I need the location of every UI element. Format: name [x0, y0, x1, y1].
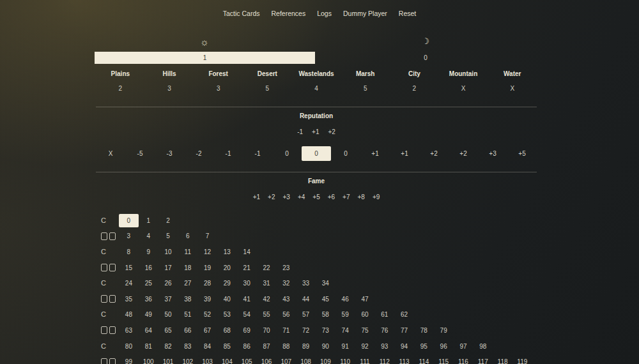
fame-cell[interactable]: 49 — [139, 308, 158, 321]
fame-cell[interactable]: 61 — [374, 308, 394, 321]
fame-cell[interactable]: 99 — [119, 355, 139, 364]
reputation-cell[interactable]: +1 — [360, 146, 390, 161]
fame-cell[interactable]: 63 — [119, 324, 139, 337]
fame-cell[interactable]: 105 — [237, 355, 257, 364]
fame-cell[interactable]: 39 — [197, 292, 217, 306]
fame-cell[interactable]: 7 — [197, 229, 217, 243]
fame-cell[interactable]: 69 — [237, 324, 257, 337]
fame-cell[interactable]: 15 — [119, 261, 139, 275]
fame-adjust-button-1[interactable]: +1 — [253, 193, 260, 201]
fame-cell[interactable]: 56 — [276, 308, 296, 321]
fame-cell[interactable]: 28 — [197, 277, 217, 290]
fame-adjust-button-5[interactable]: +5 — [312, 193, 320, 201]
fame-cell[interactable]: 38 — [178, 292, 197, 306]
fame-cell[interactable]: 37 — [158, 292, 178, 306]
fame-cell[interactable]: 58 — [316, 308, 335, 321]
fame-cell[interactable]: 22 — [257, 261, 277, 275]
fame-cell[interactable]: 26 — [158, 277, 178, 290]
fame-cell[interactable]: 29 — [217, 277, 237, 290]
fame-cell[interactable]: 94 — [394, 340, 414, 353]
fame-cell[interactable]: 10 — [158, 245, 178, 259]
fame-cell[interactable]: 65 — [158, 324, 178, 337]
fame-cell[interactable]: 12 — [197, 245, 217, 259]
fame-cell[interactable]: 104 — [217, 355, 237, 364]
fame-cell[interactable]: 44 — [296, 292, 316, 306]
fame-cell[interactable]: 47 — [355, 292, 375, 306]
fame-cell[interactable]: 81 — [139, 340, 158, 353]
fame-cell[interactable]: 43 — [276, 292, 296, 306]
fame-cell[interactable]: 96 — [434, 340, 454, 353]
fame-cell[interactable]: 92 — [355, 340, 375, 353]
fame-cell[interactable]: 50 — [158, 308, 178, 321]
fame-cell[interactable]: 70 — [257, 324, 277, 337]
fame-cell[interactable]: 67 — [197, 324, 217, 337]
fame-cell[interactable]: 88 — [276, 340, 296, 353]
fame-cell[interactable]: 64 — [139, 324, 158, 337]
fame-cell[interactable]: 62 — [394, 308, 414, 321]
fame-cell[interactable]: 100 — [139, 355, 158, 364]
nav-item-reset[interactable]: Reset — [399, 10, 416, 17]
reputation-cell[interactable]: 0 — [272, 146, 302, 161]
nav-item-tactic-cards[interactable]: Tactic Cards — [223, 10, 260, 17]
reputation-cell[interactable]: +3 — [478, 146, 507, 161]
fame-cell[interactable]: 25 — [139, 277, 158, 290]
fame-cell[interactable]: 74 — [335, 324, 355, 337]
fame-cell[interactable]: 1 — [139, 214, 158, 227]
day-round-bar[interactable]: 1 — [95, 52, 315, 64]
fame-cell[interactable]: 119 — [512, 355, 532, 364]
fame-cell[interactable]: 114 — [414, 355, 434, 364]
fame-cell[interactable]: 117 — [473, 355, 493, 364]
fame-cell[interactable]: 106 — [257, 355, 277, 364]
fame-cell[interactable]: 86 — [237, 340, 257, 353]
fame-cell[interactable]: 13 — [217, 245, 237, 259]
reputation-cell[interactable]: 0 — [331, 146, 360, 161]
fame-cell[interactable]: 9 — [139, 245, 158, 259]
reputation-cell[interactable]: +5 — [507, 146, 537, 161]
fame-cell[interactable]: 87 — [257, 340, 277, 353]
reputation-cell[interactable]: +2 — [419, 146, 449, 161]
fame-cell[interactable]: 82 — [158, 340, 178, 353]
fame-cell[interactable]: 31 — [257, 277, 277, 290]
fame-cell[interactable]: 3 — [119, 229, 139, 243]
reputation-cell[interactable]: X — [96, 146, 125, 161]
fame-cell[interactable]: 118 — [493, 355, 512, 364]
fame-cell[interactable]: 98 — [473, 340, 493, 353]
fame-adjust-button-4[interactable]: +4 — [298, 193, 305, 201]
fame-adjust-button-2[interactable]: +2 — [268, 193, 275, 201]
fame-cell[interactable]: 33 — [296, 277, 316, 290]
fame-cell[interactable]: 110 — [335, 355, 355, 364]
fame-cell[interactable]: 34 — [316, 277, 335, 290]
fame-cell[interactable]: 103 — [197, 355, 217, 364]
fame-cell[interactable]: 8 — [119, 245, 139, 259]
reputation-cell[interactable]: -2 — [184, 146, 213, 161]
reputation-adjust-button-1[interactable]: +1 — [312, 128, 319, 135]
fame-cell[interactable]: 57 — [296, 308, 316, 321]
fame-cell[interactable]: 71 — [276, 324, 296, 337]
fame-cell[interactable]: 77 — [394, 324, 414, 337]
fame-cell[interactable]: 93 — [374, 340, 394, 353]
fame-cell[interactable]: 115 — [434, 355, 454, 364]
fame-cell[interactable]: 75 — [355, 324, 375, 337]
nav-item-dummy-player[interactable]: Dummy Player — [343, 10, 387, 17]
fame-cell[interactable]: 24 — [119, 277, 139, 290]
reputation-cell[interactable]: -3 — [155, 146, 184, 161]
fame-cell[interactable]: 51 — [178, 308, 197, 321]
reputation-cell[interactable]: -5 — [125, 146, 155, 161]
fame-cell[interactable]: 85 — [217, 340, 237, 353]
fame-cell[interactable]: 52 — [197, 308, 217, 321]
fame-cell[interactable]: 45 — [316, 292, 335, 306]
fame-cell[interactable]: 91 — [335, 340, 355, 353]
fame-cell[interactable]: 84 — [197, 340, 217, 353]
fame-adjust-button-7[interactable]: +7 — [343, 193, 350, 201]
fame-cell[interactable]: 83 — [178, 340, 197, 353]
fame-cell[interactable]: 112 — [374, 355, 394, 364]
fame-cell[interactable]: 27 — [178, 277, 197, 290]
fame-cell[interactable]: 109 — [316, 355, 335, 364]
fame-adjust-button-3[interactable]: +3 — [282, 193, 289, 201]
fame-cell[interactable]: 23 — [276, 261, 296, 275]
fame-cell[interactable]: 42 — [257, 292, 277, 306]
reputation-cell[interactable]: -1 — [213, 146, 243, 161]
fame-cell[interactable]: 30 — [237, 277, 257, 290]
fame-cell[interactable]: 66 — [178, 324, 197, 337]
fame-cell[interactable]: 72 — [296, 324, 316, 337]
